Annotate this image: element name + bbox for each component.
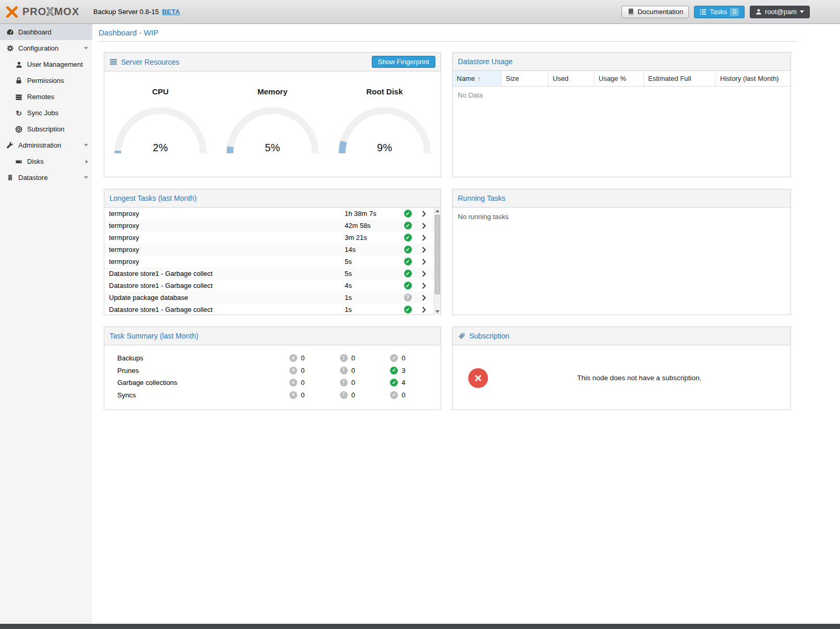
sidebar-item-disks[interactable]: Disks [0,153,92,170]
error-count-icon: × [289,379,297,386]
task-status-icon: ✓ [404,258,412,265]
memory-gauge: Memory 5% [216,71,328,178]
task-duration: 3m 21s [345,234,399,241]
error-count: 0 [301,379,305,386]
empty-running-tasks-text: No running tasks [453,208,790,315]
task-name: Datastore store1 - Garbage collect [109,270,345,277]
chevron-right-icon[interactable] [417,259,431,265]
ok-count: 4 [401,379,405,386]
sidebar-item-datastore[interactable]: Datastore [0,170,92,186]
summary-label: Garbage collections [117,379,289,386]
task-row[interactable]: termproxy 3m 21s ✓ [104,232,441,244]
chevron-right-icon[interactable] [417,247,431,253]
sidebar-item-label: Configuration [18,44,58,52]
task-duration: 5s [345,270,399,277]
chevron-down-icon[interactable] [84,144,88,147]
chevron-down-icon[interactable] [84,47,88,50]
proxmox-logo: PROXMOX [5,6,93,18]
error-count: 0 [301,391,305,399]
summary-row: Garbage collections ×0 !0 ✓4 [104,377,441,389]
column-header-estimated-full[interactable]: Estimated Full [644,71,716,86]
book-icon [627,8,635,16]
cpu-gauge: CPU 2% [104,71,216,178]
task-row[interactable]: Datastore store1 - Garbage collect 1s ✓ [104,304,441,315]
chevron-right-icon[interactable] [417,283,431,289]
user-menu-button[interactable]: root@pam [750,6,810,18]
scroll-down-icon[interactable] [434,308,441,315]
column-header-name[interactable]: Name↑ [453,71,502,86]
tasks-button[interactable]: Tasks 0 [694,6,745,18]
scroll-up-icon[interactable] [434,208,441,214]
beta-link[interactable]: BETA [162,8,180,16]
sidebar-item-user-management[interactable]: User Management [0,56,92,72]
ok-count: 0 [401,354,405,362]
task-list-icon [700,9,707,15]
running-tasks-panel: Running Tasks No running tasks [452,189,791,315]
error-count: 0 [301,354,305,362]
user-icon [756,8,762,15]
chevron-right-icon[interactable] [417,223,431,229]
server-resources-panel: Server Resources Show Fingerprint CPU 2% [104,52,441,177]
scrollbar[interactable] [434,208,441,315]
bottom-bar [0,624,840,629]
sidebar-item-label: Administration [18,141,61,149]
sidebar-item-label: Permissions [27,77,64,84]
sidebar: Dashboard Configuration User Management … [0,24,92,624]
task-row[interactable]: Datastore store1 - Garbage collect 4s ✓ [104,280,441,292]
column-header-history[interactable]: History (last Month) [716,71,790,86]
column-header-size[interactable]: Size [502,71,549,86]
task-row[interactable]: termproxy 14s ✓ [104,244,441,256]
task-name: termproxy [109,222,345,229]
summary-row: Backups ×0 !0 ✓0 [104,352,441,365]
sidebar-item-label: Datastore [18,174,47,182]
sidebar-item-sync-jobs[interactable]: ↻ Sync Jobs [0,105,92,121]
chevron-right-icon[interactable] [417,295,431,301]
panel-title: Task Summary (last Month) [109,332,198,340]
task-row[interactable]: Update package database 1s ? [104,292,441,304]
warning-count-icon: ! [340,354,348,362]
task-name: termproxy [109,210,345,217]
life-ring-icon [14,126,23,133]
task-row[interactable]: termproxy 42m 58s ✓ [104,220,441,232]
proxmox-x-icon [5,6,19,18]
sidebar-item-dashboard[interactable]: Dashboard [0,24,92,40]
show-fingerprint-button[interactable]: Show Fingerprint [372,56,435,68]
task-duration: 5s [345,258,399,265]
tachometer-icon [5,28,15,36]
task-row[interactable]: Datastore store1 - Garbage collect 5s ✓ [104,268,441,280]
ok-count: 3 [401,367,405,374]
error-count: 0 [301,367,305,374]
sidebar-item-subscription[interactable]: Subscription [0,121,92,137]
ok-count-icon: ✓ [390,367,398,374]
summary-row: Syncs ×0 !0 ✓0 [104,389,441,402]
task-row[interactable]: termproxy 1h 38m 7s ✓ [104,208,441,220]
task-name: termproxy [109,258,345,265]
brand-wordmark: PROXMOX [22,6,79,18]
chevron-down-icon[interactable] [84,176,88,179]
documentation-button[interactable]: Documentation [622,6,689,18]
sidebar-item-configuration[interactable]: Configuration [0,40,92,56]
scrollbar-thumb[interactable] [435,215,440,294]
task-row[interactable]: termproxy 5s ✓ [104,256,441,268]
chevron-right-icon[interactable] [417,307,431,313]
chevron-right-icon[interactable] [417,271,431,277]
warning-count: 0 [351,379,355,386]
summary-label: Backups [117,354,289,362]
task-status-icon: ✓ [404,270,412,277]
column-header-used[interactable]: Used [549,71,594,86]
sidebar-item-administration[interactable]: Administration [0,137,92,153]
sidebar-item-permissions[interactable]: Permissions [0,72,92,89]
no-subscription-icon: × [468,368,488,388]
column-header-usage-pct[interactable]: Usage % [594,71,644,86]
warning-count-icon: ! [340,391,348,399]
sidebar-item-remotes[interactable]: Remotes [0,89,92,105]
chevron-down-icon [800,10,804,13]
chevron-right-icon[interactable] [417,211,431,217]
panel-title: Running Tasks [458,194,506,202]
task-status-icon: ? [404,294,412,301]
server-resources-icon [109,58,117,66]
chevron-right-icon[interactable] [86,160,88,164]
task-status-icon: ✓ [404,210,412,217]
tasks-count-badge: 0 [730,8,739,16]
chevron-right-icon[interactable] [417,235,431,241]
